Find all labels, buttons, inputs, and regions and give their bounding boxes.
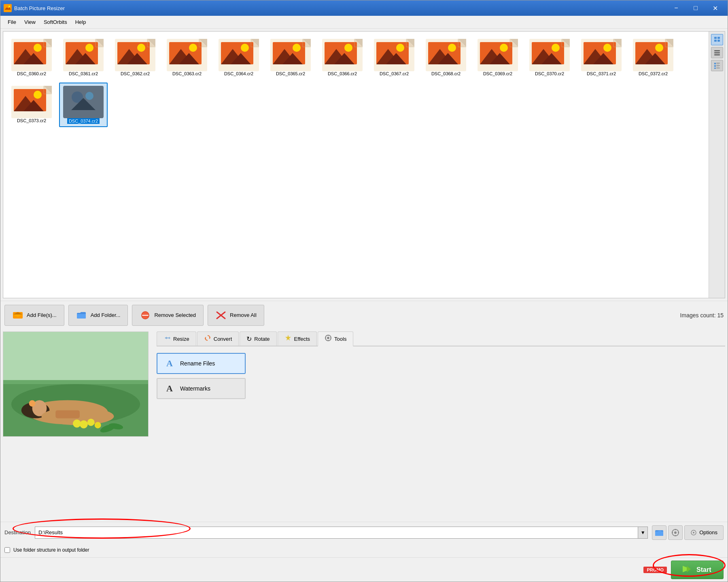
file-name: DSC_0373.cr2 [17,118,46,123]
maximize-button[interactable]: □ [686,2,705,14]
file-item[interactable]: DSC_0370.cr2 [525,36,574,79]
file-thumbnail [581,39,622,71]
file-item[interactable]: DSC_0368.cr2 [422,36,470,79]
folder-structure-label[interactable]: Use folder structure in output folder [13,547,89,553]
file-name: DSC_0370.cr2 [535,71,564,76]
tab-rotate[interactable]: ↻ Rotate [240,331,276,346]
watermarks-button[interactable]: A Watermarks [157,378,246,399]
destination-input[interactable] [35,527,638,539]
svg-point-36 [189,44,197,52]
start-label: Start [696,566,711,574]
close-button[interactable]: ✕ [706,2,724,14]
file-grid-container: DSC_0360.cr2 DSC_0361.cr [3,31,725,298]
file-item[interactable]: DSC_0372.cr2 [629,36,677,79]
svg-rect-187 [675,535,676,536]
svg-rect-181 [330,338,331,338]
svg-marker-193 [687,566,691,572]
file-name: DSC_0366.cr2 [328,71,357,76]
file-item[interactable]: DSC_0366.cr2 [318,36,367,79]
options-button[interactable]: Options [684,525,724,540]
file-item[interactable]: DSC_0367.cr2 [370,36,418,79]
watermarks-icon: A [164,383,175,394]
destination-dropdown-button[interactable]: ▼ [638,527,648,539]
remove-all-button[interactable]: Remove All [208,305,264,326]
remove-selected-icon [140,310,151,321]
add-folder-button[interactable]: Add Folder... [68,305,128,326]
svg-rect-180 [325,338,326,338]
svg-point-166 [87,419,95,426]
menu-help[interactable]: Help [71,17,90,27]
svg-rect-133 [714,37,717,39]
svg-point-185 [674,531,677,534]
menu-file[interactable]: File [4,17,20,27]
svg-point-81 [448,44,456,52]
images-count: Images count: 15 [680,312,724,319]
svg-point-72 [396,44,404,52]
minimize-button[interactable]: − [667,2,686,14]
svg-point-126 [34,91,42,99]
file-item[interactable]: DSC_0363.cr2 [163,36,211,79]
file-item[interactable]: DSC_0374.cr2 [59,83,108,127]
menu-softorbits[interactable]: SoftOrbits [40,17,71,27]
svg-rect-171 [55,410,80,418]
remove-selected-button[interactable]: Remove Selected [132,305,204,326]
file-thumbnail [426,39,466,71]
tools-panel: Resize Convert [154,329,728,522]
menu-view[interactable]: View [20,17,40,27]
file-grid: DSC_0360.cr2 DSC_0361.cr [3,32,725,131]
file-item[interactable]: DSC_0361.cr2 [59,36,108,79]
view-sidebar [709,32,725,298]
convert-tab-icon [204,334,211,343]
svg-rect-146 [714,68,716,69]
destination-bar: Destination ▼ [0,522,728,543]
file-item[interactable]: DSC_0362.cr2 [111,36,159,79]
file-thumbnail [529,39,570,71]
tab-rotate-label: Rotate [254,336,270,342]
file-item[interactable]: DSC_0360.cr2 [7,36,56,79]
remove-all-icon [215,310,227,321]
file-thumbnail [219,39,259,71]
folder-structure-checkbox[interactable] [4,547,10,553]
detail-view-button[interactable] [711,60,723,71]
svg-rect-153 [142,315,149,316]
start-button[interactable]: Start [671,561,724,579]
tabs-bar: Resize Convert [157,331,725,346]
svg-point-54 [293,44,301,52]
tab-effects-label: Effects [294,336,310,342]
rotate-tab-icon: ↻ [246,335,252,343]
svg-point-177 [327,337,329,339]
tab-resize[interactable]: Resize [157,331,196,346]
file-item[interactable]: DSC_0365.cr2 [266,36,315,79]
remove-all-label: Remove All [230,312,257,318]
grid-view-button[interactable] [711,34,723,45]
tab-convert[interactable]: Convert [197,331,239,346]
file-item[interactable]: DSC_0364.cr2 [214,36,263,79]
window-title: Batch Picture Resizer [14,5,667,11]
file-thumbnail [633,39,673,71]
preview-image [3,331,149,437]
watermarks-label: Watermarks [180,385,210,392]
svg-rect-147 [716,68,720,68]
list-view-button[interactable] [711,47,723,58]
svg-marker-175 [285,335,291,341]
destination-container: Destination ▼ [0,522,728,543]
file-item[interactable]: DSC_0371.cr2 [577,36,626,79]
file-name: DSC_0374.cr2 [67,118,100,124]
tab-effects[interactable]: Effects [278,331,317,346]
tab-tools[interactable]: Tools [318,331,353,346]
file-thumbnail [11,86,52,118]
file-name: DSC_0368.cr2 [431,71,461,76]
svg-rect-188 [672,532,673,533]
svg-rect-143 [714,65,716,67]
destination-browse-button[interactable] [652,525,666,540]
rename-files-button[interactable]: A Rename Files [157,353,246,374]
svg-rect-137 [714,50,720,51]
svg-point-27 [137,44,145,52]
window-controls: − □ ✕ [667,2,724,14]
promo-badge: PROMO [643,567,667,573]
add-files-button[interactable]: Add File(s)... [4,305,64,326]
file-item[interactable]: DSC_0373.cr2 [7,83,56,127]
file-item[interactable]: DSC_0369.cr2 [473,36,522,79]
destination-settings-button[interactable] [668,525,683,540]
svg-rect-141 [716,63,720,64]
